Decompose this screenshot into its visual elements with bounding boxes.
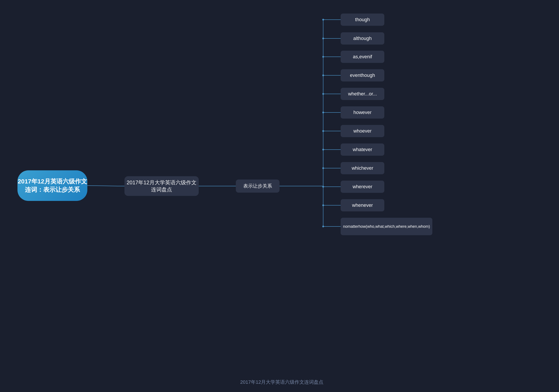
root-label: 2017年12月英语六级作文 连词：表示让步关系 <box>18 177 87 194</box>
leaf-node-2[interactable]: as,evenif <box>341 51 384 63</box>
leaf-label-11: nomatterhow(who,what,which,where,when,wh… <box>343 224 430 229</box>
leaf-label-7: whatever <box>353 147 372 152</box>
leaf-node-7[interactable]: whatever <box>341 143 384 156</box>
category-node[interactable]: 表示让步关系 <box>236 179 280 193</box>
main-label: 2017年12月大学英语六级作文连词盘点 <box>124 179 199 193</box>
svg-point-23 <box>322 205 324 206</box>
svg-point-11 <box>322 93 324 95</box>
svg-point-5 <box>322 37 324 39</box>
leaf-node-3[interactable]: eventhough <box>341 69 384 82</box>
svg-point-19 <box>322 167 324 169</box>
svg-point-7 <box>322 56 324 58</box>
leaf-label-5: however <box>353 110 372 115</box>
svg-point-17 <box>322 149 324 150</box>
leaf-node-11[interactable]: nomatterhow(who,what,which,where,when,wh… <box>341 218 432 235</box>
leaf-node-5[interactable]: however <box>341 106 384 119</box>
leaf-label-4: whether...or... <box>348 91 377 97</box>
leaf-node-0[interactable]: though <box>341 14 384 26</box>
leaf-node-9[interactable]: wherever <box>341 181 384 193</box>
svg-point-21 <box>322 186 324 187</box>
svg-point-25 <box>322 226 324 227</box>
category-label: 表示让步关系 <box>243 183 272 189</box>
leaf-label-1: although <box>353 36 372 41</box>
leaf-node-6[interactable]: whoever <box>341 125 384 137</box>
leaf-label-6: whoever <box>353 128 372 134</box>
leaf-label-9: wherever <box>353 184 372 190</box>
leaf-label-10: whenever <box>352 202 373 208</box>
svg-point-3 <box>322 19 324 20</box>
leaf-node-8[interactable]: whichever <box>341 162 384 174</box>
svg-point-13 <box>322 112 324 113</box>
bottom-label: 2017年12月大学英语六级作文连词盘点 <box>240 379 323 385</box>
svg-point-15 <box>322 130 324 132</box>
leaf-label-3: eventhough <box>350 73 375 78</box>
main-node[interactable]: 2017年12月大学英语六级作文连词盘点 <box>124 176 199 196</box>
svg-point-9 <box>322 75 324 76</box>
root-node[interactable]: 2017年12月英语六级作文 连词：表示让步关系 <box>18 170 87 201</box>
leaf-node-10[interactable]: whenever <box>341 199 384 211</box>
leaf-node-4[interactable]: whether...or... <box>341 88 384 100</box>
leaf-node-1[interactable]: although <box>341 32 384 45</box>
leaf-label-2: as,evenif <box>353 54 372 60</box>
leaf-label-0: though <box>355 17 370 22</box>
leaf-label-8: whichever <box>352 165 373 171</box>
